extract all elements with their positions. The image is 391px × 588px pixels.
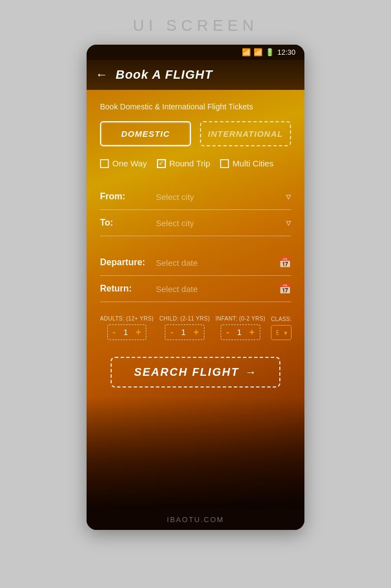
search-arrow-icon: → <box>245 366 257 379</box>
return-calendar-icon: 📅 <box>279 283 291 295</box>
status-bar: 📶 📶 🔋 12:30 <box>87 45 304 60</box>
location-fields: From: Select city ▿ To: Select city ▿ <box>100 184 291 236</box>
date-fields: Departure: Select date 📅 Return: Select … <box>100 250 291 302</box>
bottom-credit: IBAOTU.COM <box>167 515 224 524</box>
from-value: Select city <box>156 192 282 202</box>
checkbox-multi-cities <box>220 159 229 168</box>
infant-group: INFANT: (0-2 YRS) - 1 + <box>216 315 265 340</box>
from-label: From: <box>100 192 156 202</box>
class-label: CLASS: <box>271 316 292 322</box>
header-title: Book A FLIGHT <box>116 68 213 82</box>
status-time: 12:30 <box>277 48 295 56</box>
to-value: Select city <box>156 218 282 228</box>
adults-decrement[interactable]: - <box>108 325 121 340</box>
label-round-trip: Round Trip <box>169 159 210 168</box>
bottom-bar: IBAOTU.COM <box>87 509 304 530</box>
checkbox-round-trip <box>157 159 166 168</box>
child-counter: - 1 + <box>165 324 204 340</box>
subtitle: Book Domestic & International Flight Tic… <box>100 102 291 111</box>
to-field-row[interactable]: To: Select city ▿ <box>100 210 291 236</box>
page-title-text: UI SCREEN <box>133 17 258 35</box>
search-flight-label: SEARcH fLighT <box>134 366 239 379</box>
child-increment[interactable]: + <box>188 325 203 340</box>
departure-label: Departure: <box>100 257 156 267</box>
search-btn-wrapper: SEARcH fLighT → <box>100 357 291 388</box>
to-dropdown-icon: ▿ <box>286 217 291 229</box>
return-field-row[interactable]: Return: Select date 📅 <box>100 276 291 302</box>
class-select[interactable]: Business Economy First Class <box>271 325 292 340</box>
tab-buttons: DoMESTiC iNTERNATioNAL <box>100 121 291 146</box>
counters-row: ADULTS: (12+ YRS) - 1 + CHILD: (2-11 YRS… <box>100 315 291 340</box>
search-flight-button[interactable]: SEARcH fLighT → <box>111 357 280 388</box>
return-value: Select date <box>156 284 274 294</box>
class-group: CLASS: Business Economy First Class <box>271 316 292 340</box>
signal-icon: 📶 <box>254 48 263 56</box>
child-group: CHILD: (2-11 YRS) - 1 + <box>159 315 210 340</box>
header: ← Book A FLIGHT <box>87 60 304 90</box>
adults-counter: - 1 + <box>107 324 147 340</box>
checkbox-one-way <box>100 159 109 168</box>
return-label: Return: <box>100 284 156 294</box>
adults-group: ADULTS: (12+ YRS) - 1 + <box>100 315 154 340</box>
option-round-trip[interactable]: Round Trip <box>157 159 210 168</box>
from-dropdown-icon: ▿ <box>286 190 291 203</box>
adults-increment[interactable]: + <box>131 325 146 340</box>
tab-international[interactable]: iNTERNATioNAL <box>200 121 291 146</box>
wifi-icon: 📶 <box>242 48 251 56</box>
infant-decrement[interactable]: - <box>221 325 234 340</box>
infant-label: INFANT: (0-2 YRS) <box>216 315 265 322</box>
battery-icon: 🔋 <box>265 48 274 56</box>
child-decrement[interactable]: - <box>165 325 178 340</box>
departure-calendar-icon: 📅 <box>279 256 291 269</box>
child-label: CHILD: (2-11 YRS) <box>159 315 210 322</box>
main-content: Book Domestic & International Flight Tic… <box>87 90 304 509</box>
from-field-row[interactable]: From: Select city ▿ <box>100 184 291 210</box>
back-button[interactable]: ← <box>96 68 108 82</box>
departure-value: Select date <box>156 258 274 267</box>
phone-wrapper: 📶 📶 🔋 12:30 ← Book A FLIGHT Book Domesti… <box>87 45 304 530</box>
infant-increment[interactable]: + <box>244 325 259 340</box>
option-one-way[interactable]: One Way <box>100 159 147 168</box>
departure-field-row[interactable]: Departure: Select date 📅 <box>100 250 291 276</box>
infant-value: 1 <box>234 326 244 339</box>
tab-domestic[interactable]: DoMESTiC <box>100 121 191 146</box>
adults-value: 1 <box>121 326 131 339</box>
label-multi-cities: Multi Cities <box>232 159 273 168</box>
to-label: To: <box>100 218 156 228</box>
option-multi-cities[interactable]: Multi Cities <box>220 159 273 168</box>
trip-type-row: One Way Round Trip Multi Cities <box>100 159 291 168</box>
status-icons: 📶 📶 🔋 12:30 <box>242 48 295 56</box>
adults-label: ADULTS: (12+ YRS) <box>100 315 154 322</box>
class-select-wrapper: Business Economy First Class <box>271 325 292 340</box>
infant-counter: - 1 + <box>221 324 260 340</box>
child-value: 1 <box>178 326 188 339</box>
label-one-way: One Way <box>112 159 147 168</box>
